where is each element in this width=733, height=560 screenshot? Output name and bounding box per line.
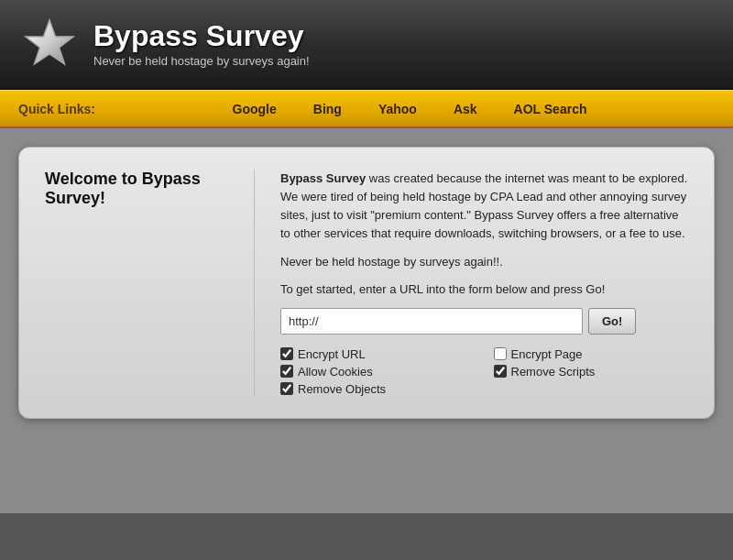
instruction: To get started, enter a URL into the for… [280, 280, 688, 299]
allow-cookies-item: Allow Cookies [280, 365, 476, 379]
svg-marker-0 [26, 20, 73, 64]
ask-link[interactable]: Ask [454, 102, 477, 116]
allow-cookies-label[interactable]: Allow Cookies [298, 365, 373, 379]
navbar: Quick Links: Google Bing Yahoo Ask AOL S… [0, 90, 733, 128]
main-content: Welcome to Bypass Survey! Bypass Survey … [0, 128, 733, 513]
right-panel: Bypass Survey was created because the in… [280, 170, 688, 396]
card-divider [254, 170, 255, 396]
description-bold: Bypass Survey [280, 171, 366, 185]
yahoo-link[interactable]: Yahoo [378, 102, 417, 116]
aol-link[interactable]: AOL Search [514, 102, 587, 116]
encrypt-url-label[interactable]: Encrypt URL [298, 347, 366, 361]
allow-cookies-checkbox[interactable] [280, 365, 293, 378]
google-link[interactable]: Google [233, 102, 277, 116]
header-text: Bypass Survey Never be held hostage by s… [93, 20, 310, 68]
nav-links: Google Bing Yahoo Ask AOL Search [104, 102, 715, 116]
content-card: Welcome to Bypass Survey! Bypass Survey … [18, 147, 715, 419]
go-button[interactable]: Go! [588, 308, 636, 335]
encrypt-page-checkbox[interactable] [494, 347, 507, 360]
remove-scripts-checkbox[interactable] [494, 365, 507, 378]
quick-links-label: Quick Links: [18, 102, 95, 116]
encrypt-url-checkbox[interactable] [280, 347, 293, 360]
header: Bypass Survey Never be held hostage by s… [0, 0, 733, 90]
site-subtitle: Never be held hostage by surveys again! [93, 54, 310, 68]
left-panel: Welcome to Bypass Survey! [45, 170, 228, 396]
remove-objects-checkbox[interactable] [280, 382, 293, 395]
description-paragraph: Bypass Survey was created because the in… [280, 170, 688, 244]
star-icon [22, 16, 77, 71]
encrypt-page-item: Encrypt Page [494, 347, 689, 361]
remove-scripts-item: Remove Scripts [494, 365, 689, 379]
encrypt-page-label[interactable]: Encrypt Page [511, 347, 583, 361]
remove-objects-item: Remove Objects [280, 382, 476, 396]
tagline: Never be held hostage by surveys again!!… [280, 253, 688, 271]
bing-link[interactable]: Bing [313, 102, 342, 116]
site-title: Bypass Survey [93, 20, 310, 52]
checkbox-grid: Encrypt URL Encrypt Page Allow Cookies R… [280, 347, 688, 396]
remove-objects-label[interactable]: Remove Objects [298, 382, 386, 396]
url-form: Go! [280, 308, 688, 335]
welcome-title: Welcome to Bypass Survey! [45, 170, 228, 208]
encrypt-url-item: Encrypt URL [280, 347, 476, 361]
remove-scripts-label[interactable]: Remove Scripts [511, 365, 596, 379]
url-input[interactable] [280, 308, 583, 335]
